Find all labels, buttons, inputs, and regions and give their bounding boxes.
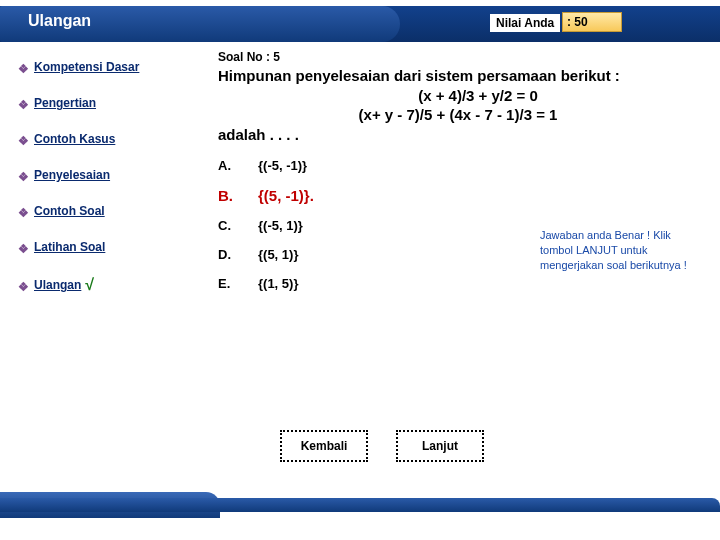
question-text: Himpunan penyelesaian dari sistem persam… [218, 66, 698, 144]
sidebar-item-pengertian[interactable]: ❖ Pengertian [18, 96, 188, 110]
sidebar-item-label: Kompetensi Dasar [34, 60, 139, 74]
option-text: {(-5, 1)} [258, 218, 303, 233]
score-value: : 50 [562, 12, 622, 32]
option-b[interactable]: B. {(5, -1)}. [218, 187, 698, 204]
q-line3: (x+ y - 7)/5 + (4x - 7 - 1)/3 = 1 [218, 105, 698, 125]
feedback-text: Jawaban anda Benar ! Klik tombol LANJUT … [540, 228, 690, 273]
option-text: {(5, 1)} [258, 247, 298, 262]
sidebar-item-contoh-kasus[interactable]: ❖ Contoh Kasus [18, 132, 188, 146]
option-letter: A. [218, 158, 258, 173]
score-label: Nilai Anda [490, 14, 560, 32]
slide-root: Ulangan Nilai Anda : 50 ❖ Kompetensi Das… [0, 0, 720, 540]
diamond-icon: ❖ [18, 170, 28, 180]
next-button[interactable]: Lanjut [396, 430, 484, 462]
q-line1: Himpunan penyelesaian dari sistem persam… [218, 66, 698, 86]
option-letter: D. [218, 247, 258, 262]
sidebar-item-label: Contoh Kasus [34, 132, 115, 146]
sidebar-item-latihan-soal[interactable]: ❖ Latihan Soal [18, 240, 188, 254]
diamond-icon: ❖ [18, 134, 28, 144]
sidebar-item-label: Latihan Soal [34, 240, 105, 254]
diamond-icon: ❖ [18, 242, 28, 252]
option-a[interactable]: A. {(-5, -1)} [218, 158, 698, 173]
option-letter: C. [218, 218, 258, 233]
sidebar-item-ulangan[interactable]: ❖ Ulangan √ [18, 276, 188, 294]
option-text: {(1, 5)} [258, 276, 298, 291]
option-letter: B. [218, 187, 258, 204]
page-title: Ulangan [28, 12, 91, 30]
diamond-icon: ❖ [18, 62, 28, 72]
sidebar: ❖ Kompetensi Dasar ❖ Pengertian ❖ Contoh… [18, 60, 188, 316]
question-number: Soal No : 5 [218, 50, 698, 64]
option-letter: E. [218, 276, 258, 291]
sidebar-item-label: Pengertian [34, 96, 96, 110]
q-line2: (x + 4)/3 + y/2 = 0 [218, 86, 698, 106]
option-e[interactable]: E. {(1, 5)} [218, 276, 698, 291]
diamond-icon: ❖ [18, 280, 28, 290]
sidebar-item-label: Contoh Soal [34, 204, 105, 218]
option-text: {(-5, -1)} [258, 158, 307, 173]
sidebar-item-label: Ulangan [34, 278, 81, 292]
button-row: Kembali Lanjut [280, 430, 484, 462]
check-icon: √ [85, 276, 94, 294]
option-text: {(5, -1)}. [258, 187, 314, 204]
sidebar-item-kompetensi[interactable]: ❖ Kompetensi Dasar [18, 60, 188, 74]
footer-accent [0, 498, 720, 512]
sidebar-item-penyelesaian[interactable]: ❖ Penyelesaian [18, 168, 188, 182]
back-button[interactable]: Kembali [280, 430, 368, 462]
diamond-icon: ❖ [18, 98, 28, 108]
sidebar-item-label: Penyelesaian [34, 168, 110, 182]
diamond-icon: ❖ [18, 206, 28, 216]
sidebar-item-contoh-soal[interactable]: ❖ Contoh Soal [18, 204, 188, 218]
q-line4: adalah . . . . [218, 125, 698, 145]
